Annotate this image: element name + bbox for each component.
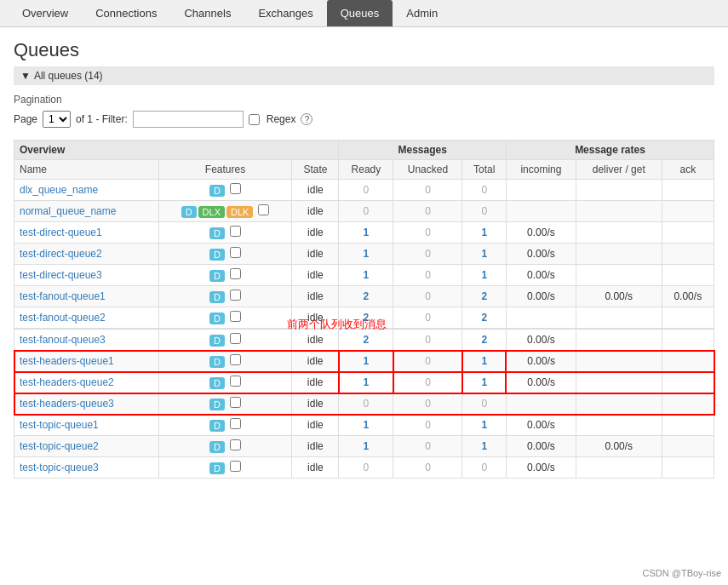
queue-features-cell: D	[158, 457, 292, 479]
queue-ack-cell	[662, 180, 714, 201]
queue-state-cell: idle	[292, 286, 339, 307]
page-select[interactable]: 1	[43, 111, 71, 128]
queue-state-cell: idle	[292, 330, 339, 351]
queue-incoming-cell: 0.00/s	[506, 351, 576, 372]
queue-deliver-cell	[576, 222, 662, 244]
queue-ready-cell: 1	[339, 222, 393, 244]
pagination-label: Pagination	[14, 94, 714, 106]
section-arrow: ▼	[20, 70, 31, 82]
queue-ack-cell	[662, 351, 714, 372]
queue-name-cell[interactable]: test-direct-queue2	[14, 244, 159, 265]
queue-total-cell: 1	[462, 351, 506, 372]
queue-checkbox[interactable]	[230, 376, 241, 387]
col-features: Features	[158, 160, 292, 180]
queue-deliver-cell	[576, 330, 662, 351]
queue-unacked-cell: 0	[393, 393, 462, 415]
queue-name-cell[interactable]: test-headers-queue1	[14, 351, 159, 372]
queue-unacked-cell: 0	[393, 436, 462, 457]
queue-table: Overview Messages Message rates Name Fea…	[14, 140, 714, 479]
nav-connections[interactable]: Connections	[82, 0, 170, 26]
queue-deliver-cell	[576, 372, 662, 393]
queue-checkbox[interactable]	[230, 439, 241, 450]
queue-checkbox[interactable]	[230, 183, 241, 194]
queue-unacked-cell: 0	[393, 330, 462, 351]
queue-name-cell[interactable]: dlx_queue_name	[14, 180, 159, 201]
queue-unacked-cell: 0	[393, 372, 462, 393]
queue-name-cell[interactable]: test-fanout-queue1	[14, 286, 159, 307]
section-header: ▼ All queues (14)	[14, 66, 714, 85]
queue-ready-cell: 1	[339, 265, 393, 286]
queue-deliver-cell	[576, 393, 662, 415]
queue-name-cell[interactable]: normal_queue_name	[14, 201, 159, 222]
queue-name-cell[interactable]: test-topic-queue3	[14, 457, 159, 479]
queue-checkbox[interactable]	[230, 354, 241, 365]
queue-name-cell[interactable]: test-direct-queue1	[14, 222, 159, 244]
queue-total-cell: 1	[462, 244, 506, 265]
queue-name-cell[interactable]: test-headers-queue3	[14, 393, 159, 415]
nav-exchanges[interactable]: Exchanges	[244, 0, 326, 26]
nav-overview[interactable]: Overview	[9, 0, 82, 26]
queue-incoming-cell: 0.00/s	[506, 415, 576, 436]
queue-checkbox[interactable]	[230, 461, 241, 472]
queue-total-cell: 0	[462, 180, 506, 201]
nav-channels[interactable]: Channels	[170, 0, 244, 26]
queue-checkbox[interactable]	[230, 397, 241, 408]
table-row: test-headers-queue3Didle000	[14, 393, 714, 415]
queue-features-cell: D	[158, 244, 292, 265]
group-messages: Messages	[339, 141, 507, 160]
queue-incoming-cell	[506, 393, 576, 415]
queue-deliver-cell	[576, 201, 662, 222]
queue-ack-cell	[662, 244, 714, 265]
help-icon[interactable]: ?	[301, 113, 312, 125]
nav-queues[interactable]: Queues	[327, 0, 393, 26]
top-nav: Overview Connections Channels Exchanges …	[0, 0, 728, 27]
queue-ready-cell: 0	[339, 180, 393, 201]
regex-checkbox[interactable]	[249, 114, 260, 125]
queue-name-cell[interactable]: test-fanout-queue3	[14, 330, 159, 351]
queue-checkbox[interactable]	[230, 333, 241, 344]
queue-checkbox[interactable]	[230, 418, 241, 429]
section-label: All queues (14)	[34, 70, 103, 82]
table-row: test-headers-queue2Didle1010.00/s	[14, 372, 714, 393]
queue-checkbox[interactable]	[230, 226, 241, 237]
queue-features-cell: D	[158, 222, 292, 244]
queue-checkbox[interactable]	[230, 290, 241, 301]
queue-name-cell[interactable]: test-direct-queue3	[14, 265, 159, 286]
col-unacked: Unacked	[393, 160, 462, 180]
queue-state-cell: idle	[292, 393, 339, 415]
table-row: test-direct-queue2Didle1010.00/s	[14, 244, 714, 265]
queue-ready-cell: 1	[339, 436, 393, 457]
queue-unacked-cell: 0	[393, 286, 462, 307]
queue-state-cell: idle	[292, 201, 339, 222]
queue-name-cell[interactable]: test-headers-queue2	[14, 372, 159, 393]
table-row: test-fanout-queue3Didle2020.00/s	[14, 330, 714, 351]
annotation-text: 前两个队列收到消息	[287, 317, 387, 332]
queue-features-cell: D	[158, 351, 292, 372]
queue-name-cell[interactable]: test-topic-queue2	[14, 436, 159, 457]
queue-checkbox[interactable]	[258, 204, 269, 215]
queue-incoming-cell: 0.00/s	[506, 457, 576, 479]
queue-features-cell: D	[158, 180, 292, 201]
filter-input[interactable]	[133, 111, 244, 128]
queue-ready-cell: 1	[339, 415, 393, 436]
group-header-row: Overview Messages Message rates	[14, 141, 714, 160]
queue-checkbox[interactable]	[230, 311, 241, 322]
queue-total-cell: 1	[462, 372, 506, 393]
queue-ack-cell	[662, 436, 714, 457]
nav-admin[interactable]: Admin	[393, 0, 451, 26]
queue-unacked-cell: 0	[393, 244, 462, 265]
table-row: normal_queue_nameDDLXDLKidle000	[14, 201, 714, 222]
queue-checkbox[interactable]	[230, 247, 241, 258]
pagination-row: Page 1 of 1 - Filter: Regex ?	[14, 111, 714, 128]
queue-total-cell: 1	[462, 265, 506, 286]
table-row: test-fanout-queue1Didle2020.00/s0.00/s0.…	[14, 286, 714, 307]
table-wrapper: Overview Messages Message rates Name Fea…	[14, 140, 714, 479]
queue-total-cell: 1	[462, 436, 506, 457]
queue-checkbox[interactable]	[230, 268, 241, 279]
col-ready: Ready	[339, 160, 393, 180]
queue-name-cell[interactable]: test-topic-queue1	[14, 415, 159, 436]
queue-total-cell: 1	[462, 415, 506, 436]
queue-incoming-cell: 0.00/s	[506, 265, 576, 286]
queue-deliver-cell	[576, 307, 662, 329]
queue-name-cell[interactable]: test-fanout-queue2	[14, 307, 159, 329]
